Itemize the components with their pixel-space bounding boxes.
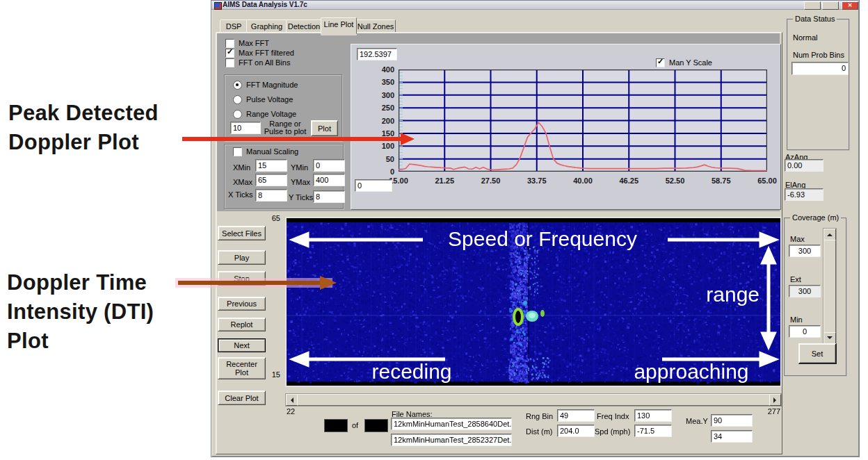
scroll-right-icon[interactable]	[769, 394, 781, 406]
dti-xmax-value: 277	[760, 407, 780, 416]
dti-h-scrollbar[interactable]	[285, 393, 782, 406]
coverage-group: Coverage (m) Max 300 Ext 300 Min 0 Set	[784, 217, 846, 376]
dti-speed-frequency-label: Speed or Frequency	[424, 227, 661, 251]
previous-button[interactable]: Previous	[218, 297, 266, 311]
ymax-input[interactable]: 400	[313, 174, 345, 186]
file-name-field-1[interactable]: 12kmMinHumanTest_2858640Det.t	[391, 418, 512, 430]
range-or-pulse-label: Range or Pulse to plot	[261, 120, 310, 135]
dti-ymax-value: 65	[266, 214, 280, 223]
dti-receding-label: receding	[356, 360, 467, 384]
y-tick-label: 50	[386, 155, 394, 164]
fft-options-panel: Max FFT Max FFT filtered FFT on All Bins…	[217, 33, 780, 211]
checkbox-fft-all-bins[interactable]: FFT on All Bins	[225, 58, 290, 67]
y-tick-label: 100	[382, 142, 394, 151]
line-plot-area[interactable]	[399, 69, 767, 172]
man-y-scale-checkbox[interactable]	[656, 58, 665, 67]
freq-indx-field[interactable]: 130	[634, 409, 672, 422]
elang-field[interactable]: -6.93	[785, 188, 823, 201]
azang-field[interactable]: 0.00	[785, 159, 823, 172]
radio-fft-magnitude[interactable]: FFT Magnitude	[233, 81, 298, 90]
recenter-plot-button[interactable]: Recenter Plot	[218, 357, 266, 379]
xmin-input[interactable]: 15	[255, 159, 287, 172]
manual-scaling-checkbox[interactable]	[233, 147, 242, 156]
file-count-display	[364, 419, 388, 432]
coverage-legend: Coverage (m)	[790, 213, 841, 222]
range-voltage-label: Range Voltage	[246, 110, 296, 119]
scroll-down-icon[interactable]	[823, 332, 836, 344]
coverage-max-field[interactable]: 300	[789, 245, 821, 257]
rng-bin-field[interactable]: 49	[557, 409, 595, 422]
of-label: of	[352, 421, 358, 430]
y-tick-label: 150	[382, 129, 394, 138]
checkbox-max-fft-filtered[interactable]: Max FFT filtered	[225, 49, 294, 58]
coverage-min-label: Min	[790, 315, 803, 325]
xmax-label: XMax	[233, 178, 252, 187]
range-voltage-radio[interactable]	[233, 110, 242, 119]
file-name-field-2[interactable]: 12kmMinHumanTest_2852327Det.t	[391, 434, 512, 446]
scroll-up-icon[interactable]	[823, 229, 836, 240]
select-files-button[interactable]: Select Files	[218, 226, 266, 240]
play-button[interactable]: Play	[218, 250, 266, 265]
clear-plot-button[interactable]: Clear Plot	[218, 391, 266, 405]
set-button[interactable]: Set	[798, 343, 837, 364]
range-or-pulse-input[interactable]: 10	[230, 122, 261, 134]
coverage-ext-label: Ext	[790, 275, 801, 284]
x-tick-label: 58.75	[704, 176, 739, 186]
coverage-min-field[interactable]: 0	[789, 325, 821, 338]
pulse-voltage-radio[interactable]	[233, 95, 242, 104]
max-fft-filtered-checkbox[interactable]	[225, 49, 234, 58]
coverage-scrollbar[interactable]	[823, 228, 837, 345]
y-ticks-input[interactable]: 8	[313, 190, 345, 203]
scroll-left-icon[interactable]	[286, 394, 298, 406]
cursor-readout-field[interactable]: 192.5397	[357, 48, 397, 60]
dti-h-scrollbar-thumb[interactable]	[297, 394, 770, 406]
ymin-input[interactable]: 0	[313, 159, 345, 172]
manual-scaling-group: Manual Scaling XMin 15 YMin 0 XMax 65 YM…	[224, 144, 344, 209]
dti-xmin-value: 22	[287, 407, 295, 416]
dti-plot[interactable]: Speed or Frequency range receding approa…	[285, 217, 782, 387]
radio-pulse-voltage[interactable]: Pulse Voltage	[233, 95, 293, 104]
data-status-legend: Data Status	[793, 15, 837, 24]
y-axis-tick-labels: 400350300250200150100500	[351, 69, 394, 172]
maximize-button-icon[interactable]	[822, 1, 839, 10]
dist-field[interactable]: 204.0	[557, 425, 595, 437]
xmax-input[interactable]: 65	[255, 174, 287, 186]
x-ticks-input[interactable]: 8	[255, 189, 287, 202]
radio-range-voltage[interactable]: Range Voltage	[233, 110, 296, 119]
coverage-scrollbar-thumb[interactable]	[823, 240, 836, 333]
x-axis-tick-labels: 15.0021.2527.5033.7540.0046.2552.5058.75…	[399, 176, 767, 186]
y-tick-label: 0	[390, 167, 394, 176]
title-bar[interactable]: AIMS Data Analysis V1.7c ✕	[211, 1, 858, 10]
peak-doppler-annotation: Peak Detected Doppler Plot	[8, 99, 159, 157]
meay-field-1[interactable]: 90	[711, 414, 753, 427]
spd-field[interactable]: -71.5	[634, 425, 672, 437]
y-tick-label: 300	[382, 91, 394, 100]
close-icon[interactable]: ✕	[842, 1, 858, 10]
x-cursor-field[interactable]: 0	[355, 179, 392, 192]
x-tick-label: 52.50	[658, 176, 693, 186]
num-prob-bins-field[interactable]: 0	[791, 62, 849, 75]
man-y-scale-label: Man Y Scale	[669, 58, 712, 67]
pulse-voltage-label: Pulse Voltage	[246, 95, 293, 104]
man-y-scale-row[interactable]: Man Y Scale	[656, 58, 712, 67]
ymax-label: YMax	[291, 178, 310, 187]
manual-scaling-row[interactable]: Manual Scaling	[233, 147, 298, 156]
stop-button[interactable]: Stop	[218, 271, 266, 286]
fft-magnitude-label: FFT Magnitude	[246, 81, 298, 90]
tab-line-plot[interactable]: Line Plot	[321, 17, 357, 34]
dti-annotation: Doppler Time Intensity (DTI) Plot	[7, 268, 154, 356]
screenshot-stage: Peak Detected Doppler Plot Doppler Time …	[0, 0, 868, 460]
fft-all-bins-checkbox[interactable]	[225, 58, 234, 67]
next-button[interactable]: Next	[218, 338, 266, 352]
fft-magnitude-radio[interactable]	[233, 81, 242, 90]
meay-field-2[interactable]: 34	[711, 430, 753, 443]
dti-range-label: range	[690, 283, 760, 306]
minimize-button-icon[interactable]	[804, 1, 821, 10]
coverage-ext-field[interactable]: 300	[789, 285, 821, 297]
x-tick-label: 65.00	[750, 176, 785, 186]
replot-button[interactable]: Replot	[218, 318, 266, 331]
dti-approaching-label: approaching	[608, 360, 775, 384]
plot-button[interactable]: Plot	[311, 120, 338, 136]
window-title: AIMS Data Analysis V1.7c	[223, 1, 307, 9]
y-ticks-label: Y Ticks	[289, 193, 313, 202]
